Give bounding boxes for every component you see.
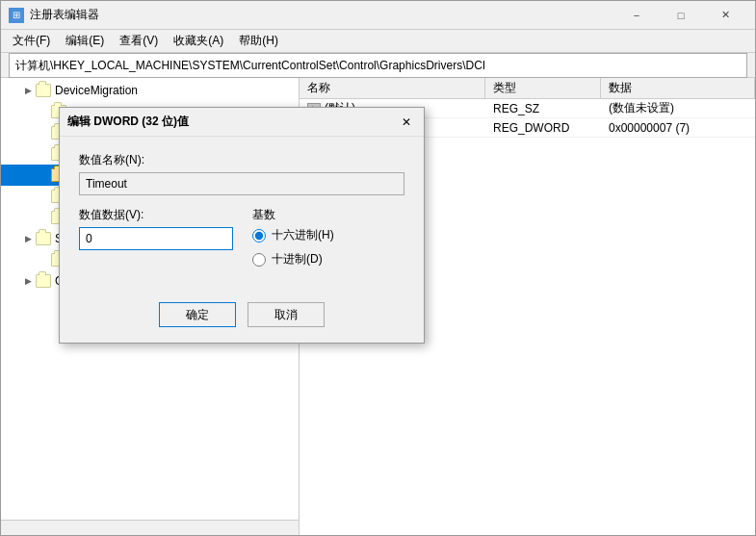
window-controls: − □ ✕	[614, 1, 747, 30]
address-path[interactable]: 计算机\HKEY_LOCAL_MACHINE\SYSTEM\CurrentCon…	[9, 53, 747, 78]
cancel-button[interactable]: 取消	[248, 302, 325, 327]
menu-file[interactable]: 文件(F)	[5, 31, 58, 51]
radio-dec-input[interactable]	[252, 253, 266, 267]
ok-button[interactable]: 确定	[159, 302, 236, 327]
dialog-footer: 确定 取消	[60, 294, 424, 343]
data-base-row: 数值数据(V): 基数 十六进制(H)	[79, 207, 404, 268]
menu-edit[interactable]: 编辑(E)	[58, 31, 112, 51]
menu-favorites[interactable]: 收藏夹(A)	[166, 31, 231, 51]
radio-hex[interactable]: 十六进制(H)	[252, 227, 404, 243]
window-title: 注册表编辑器	[30, 7, 614, 23]
menu-bar: 文件(F) 编辑(E) 查看(V) 收藏夹(A) 帮助(H)	[1, 30, 755, 53]
name-label: 数值名称(N):	[79, 152, 404, 168]
address-bar: 计算机\HKEY_LOCAL_MACHINE\SYSTEM\CurrentCon…	[1, 53, 755, 78]
data-input[interactable]	[79, 227, 233, 250]
menu-view[interactable]: 查看(V)	[112, 31, 166, 51]
app-icon: ⊞	[9, 8, 24, 23]
base-label: 基数	[252, 207, 404, 223]
main-window: ⊞ 注册表编辑器 − □ ✕ 文件(F) 编辑(E) 查看(V) 收藏夹(A) …	[0, 0, 756, 536]
maximize-button[interactable]: □	[659, 1, 703, 30]
name-input[interactable]	[79, 172, 404, 195]
base-col: 基数 十六进制(H) 十进制(D)	[252, 207, 404, 268]
menu-help[interactable]: 帮助(H)	[231, 31, 286, 51]
dialog-title: 编辑 DWORD (32 位)值	[67, 114, 397, 130]
dialog-overlay: 编辑 DWORD (32 位)值 ✕ 数值名称(N): 数值数据(V):	[1, 78, 755, 535]
radio-hex-input[interactable]	[252, 229, 266, 242]
data-label: 数值数据(V):	[79, 207, 233, 223]
radio-dec[interactable]: 十进制(D)	[252, 251, 404, 268]
dialog-body: 数值名称(N): 数值数据(V): 基数	[60, 137, 424, 294]
main-content: ▶ DeviceMigration BlockList Configuratio…	[1, 78, 755, 535]
title-bar: ⊞ 注册表编辑器 − □ ✕	[1, 1, 755, 30]
dialog-title-bar: 编辑 DWORD (32 位)值 ✕	[60, 108, 424, 137]
name-field-group: 数值名称(N):	[79, 152, 404, 195]
data-col: 数值数据(V):	[79, 207, 233, 268]
dialog-close-button[interactable]: ✕	[397, 113, 416, 132]
close-button[interactable]: ✕	[703, 1, 747, 30]
edit-dword-dialog: 编辑 DWORD (32 位)值 ✕ 数值名称(N): 数值数据(V):	[59, 107, 425, 344]
radio-dec-label: 十进制(D)	[272, 251, 323, 268]
radio-hex-label: 十六进制(H)	[272, 227, 334, 243]
minimize-button[interactable]: −	[614, 1, 659, 30]
radio-group: 十六进制(H) 十进制(D)	[252, 227, 404, 268]
